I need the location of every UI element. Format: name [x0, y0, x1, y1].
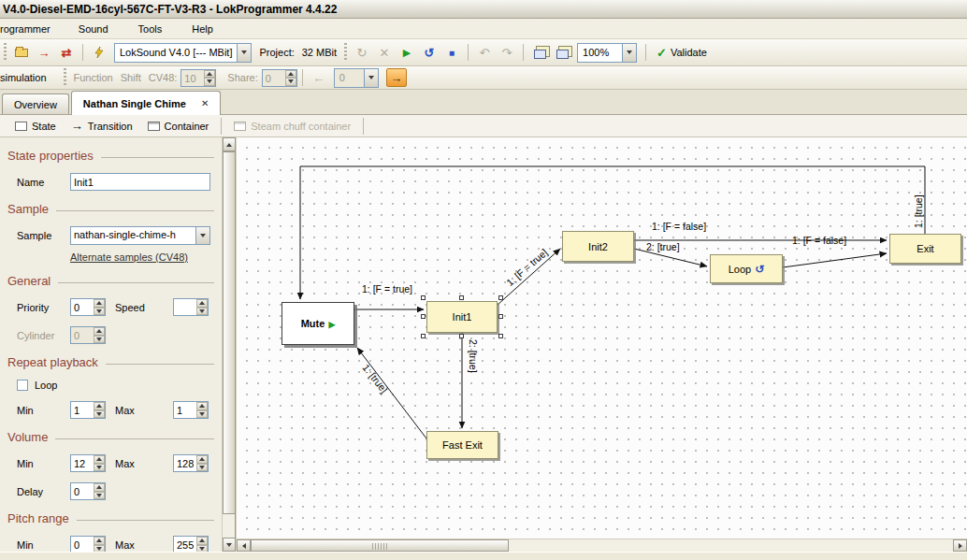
spinner-down-icon[interactable]	[94, 308, 105, 316]
menu-help[interactable]: Help	[184, 19, 221, 39]
volume-max-stepper[interactable]: 128	[173, 454, 209, 472]
chevron-down-icon[interactable]	[237, 44, 251, 62]
spinner-down-icon[interactable]	[196, 545, 208, 553]
spinner-down-icon[interactable]	[94, 410, 105, 419]
spinner-up-icon[interactable]	[94, 455, 105, 464]
spinner-down-icon[interactable]	[196, 464, 208, 472]
spinner-up-icon[interactable]	[94, 483, 105, 492]
selection-handle[interactable]	[498, 295, 503, 300]
pitch-min-stepper[interactable]: 0	[70, 536, 106, 552]
spinner-up-icon[interactable]	[94, 402, 105, 410]
spinner-down-icon[interactable]	[94, 492, 105, 500]
diagram-canvas[interactable]: Mute Init1 Init2 Loop	[236, 137, 967, 552]
scroll-right-icon[interactable]	[953, 539, 967, 552]
open-project-icon[interactable]	[10, 42, 33, 63]
spinner-down-icon[interactable]	[196, 308, 208, 316]
spinner-down-icon[interactable]	[94, 464, 105, 472]
menu-programmer[interactable]: rogrammer	[0, 19, 58, 39]
state-node-init1[interactable]: Init1	[426, 301, 498, 333]
selection-handle[interactable]	[459, 295, 464, 300]
state-node-loop[interactable]: Loop	[710, 254, 783, 283]
state-icon	[15, 122, 27, 131]
spinner-up-icon[interactable]	[196, 299, 208, 308]
play-simulation-icon[interactable]	[396, 42, 418, 63]
palette-state[interactable]: State	[15, 121, 56, 132]
close-tab-icon[interactable]: ✕	[201, 98, 209, 108]
delay-stepper[interactable]: 0	[70, 482, 106, 500]
step-select[interactable]: 0	[334, 68, 379, 88]
properties-scrollbar[interactable]	[222, 137, 235, 552]
repeat-max-stepper[interactable]: 1	[173, 401, 209, 419]
cancel-icon[interactable]	[373, 42, 396, 63]
state-node-exit[interactable]: Exit	[889, 234, 961, 264]
decoder-type-select[interactable]: LokSound V4.0 [--- MBit]	[114, 43, 252, 63]
chevron-down-icon[interactable]	[195, 227, 209, 244]
spinner-down-icon[interactable]	[196, 410, 208, 419]
undo-icon[interactable]	[473, 42, 496, 63]
menu-sound[interactable]: Sound	[71, 19, 116, 39]
selection-handle[interactable]	[421, 295, 426, 300]
scrollbar-thumb[interactable]	[251, 539, 509, 552]
step-forward-button[interactable]	[386, 68, 407, 87]
scrollbar-thumb[interactable]	[223, 151, 236, 514]
zoom-select[interactable]: 100%	[577, 43, 637, 63]
cv48-stepper[interactable]: 10	[180, 69, 216, 87]
redo-icon[interactable]	[496, 42, 518, 63]
cascade-windows-icon[interactable]	[528, 42, 551, 63]
spinner-down-icon[interactable]	[94, 545, 105, 553]
toolbar-grip[interactable]	[344, 43, 347, 62]
menu-tools[interactable]: Tools	[131, 19, 170, 39]
sample-select[interactable]: nathan-single-chime-h	[70, 226, 210, 245]
volume-min-stepper[interactable]: 12	[70, 454, 106, 472]
refresh-icon[interactable]	[351, 42, 373, 63]
alternate-samples-link[interactable]: Alternate samples (CV48)	[70, 251, 214, 263]
selection-handle[interactable]	[421, 334, 426, 338]
transition-loop-exit[interactable]	[783, 253, 887, 267]
write-to-decoder-icon[interactable]	[33, 42, 55, 63]
step-back-icon[interactable]	[308, 67, 330, 88]
scroll-left-icon[interactable]	[237, 539, 251, 552]
transition-fastexit-mute[interactable]	[357, 348, 426, 438]
selection-handle[interactable]	[498, 334, 503, 338]
state-node-init2[interactable]: Init2	[562, 231, 634, 262]
canvas-horizontal-scrollbar[interactable]	[237, 538, 967, 552]
tile-windows-icon[interactable]	[551, 42, 573, 63]
read-from-decoder-icon[interactable]	[55, 42, 78, 63]
loop-simulation-icon[interactable]	[418, 42, 440, 63]
tab-nathan-single-chime[interactable]: Nathan Single Chime ✕	[71, 91, 221, 115]
spinner-up-icon[interactable]	[285, 70, 296, 79]
spinner-up-icon[interactable]	[94, 537, 105, 545]
toolbar-grip[interactable]	[64, 68, 66, 87]
scroll-up-icon[interactable]	[223, 137, 236, 151]
speed-stepper[interactable]	[173, 298, 209, 316]
spinner-up-icon[interactable]	[94, 299, 105, 308]
spinner-up-icon[interactable]	[196, 402, 208, 410]
share-stepper[interactable]: 0	[262, 69, 297, 87]
validate-button[interactable]: Validate	[657, 46, 707, 60]
selection-handle[interactable]	[421, 314, 426, 319]
state-node-mute[interactable]: Mute	[281, 302, 354, 345]
spinner-up-icon[interactable]	[204, 70, 215, 79]
tab-overview[interactable]: Overview	[2, 93, 69, 114]
chevron-down-icon[interactable]	[622, 44, 636, 62]
palette-transition[interactable]: Transition	[71, 119, 133, 133]
scroll-down-icon[interactable]	[223, 538, 236, 552]
palette-container[interactable]: Container	[148, 121, 209, 132]
spinner-down-icon[interactable]	[285, 78, 296, 86]
chevron-down-icon[interactable]	[364, 69, 378, 87]
pitch-max-stepper[interactable]: 255	[173, 536, 209, 552]
loop-checkbox[interactable]	[17, 380, 28, 391]
spinner-up-icon[interactable]	[196, 537, 208, 545]
state-node-fast-exit[interactable]: Fast Exit	[426, 431, 498, 459]
selection-handle[interactable]	[459, 334, 464, 338]
toolbar-grip[interactable]	[4, 43, 7, 62]
repeat-min-stepper[interactable]: 1	[70, 401, 106, 419]
titlebar[interactable]: V4.0-Diesel-EMD-16cyl-567C-FT-V3-R3 - Lo…	[0, 0, 967, 19]
connect-decoder-icon[interactable]	[88, 42, 110, 63]
spinner-down-icon[interactable]	[204, 78, 215, 86]
stop-simulation-icon[interactable]	[440, 42, 463, 63]
priority-stepper[interactable]: 0	[70, 298, 106, 316]
name-input[interactable]	[70, 173, 210, 191]
spinner-up-icon[interactable]	[196, 455, 208, 464]
selection-handle[interactable]	[498, 314, 503, 319]
